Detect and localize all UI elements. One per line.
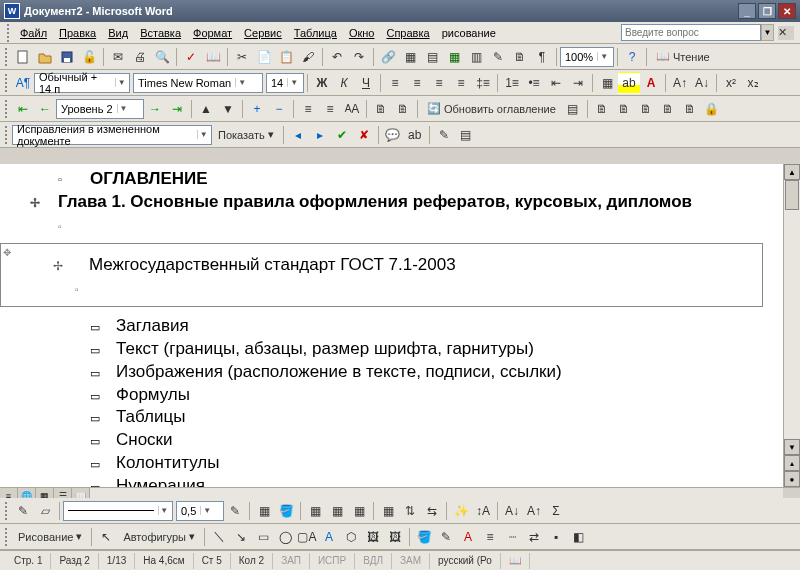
undo-icon[interactable]: ↶ [326, 46, 348, 68]
line-weight-combo[interactable]: 0,5▼ [176, 501, 224, 521]
lock-subdoc-icon[interactable]: 🔒 [701, 98, 723, 120]
eraser-icon[interactable]: ▱ [34, 500, 56, 522]
merge-cells-icon[interactable]: ▦ [326, 500, 348, 522]
distribute-rows-icon[interactable]: ⇅ [399, 500, 421, 522]
borders-icon[interactable]: ▦ [596, 72, 618, 94]
border-color-icon[interactable]: ✎ [224, 500, 246, 522]
toolbar-handle[interactable] [5, 502, 9, 520]
select-objects-icon[interactable]: ↖ [95, 526, 117, 548]
open-icon[interactable] [34, 46, 56, 68]
shading-color-icon[interactable]: 🪣 [275, 500, 297, 522]
sort-asc-icon[interactable]: A↓ [501, 500, 523, 522]
menu-view[interactable]: Вид [102, 25, 134, 41]
promote-icon[interactable]: ← [34, 98, 56, 120]
textbox-icon[interactable]: ▢A [296, 526, 318, 548]
styles-pane-icon[interactable]: A¶ [12, 72, 34, 94]
accept-change-icon[interactable]: ✔ [331, 124, 353, 146]
update-toc-button[interactable]: 🔄 Обновить оглавление [421, 98, 562, 120]
browse-object-icon[interactable]: ● [784, 471, 800, 487]
align-left-icon[interactable]: ≡ [384, 72, 406, 94]
status-trk[interactable]: ИСПР [310, 553, 355, 569]
spellcheck-icon[interactable]: ✓ [180, 46, 202, 68]
font-combo[interactable]: Times New Roman▼ [133, 73, 263, 93]
picture-icon[interactable]: 🖼 [384, 526, 406, 548]
print-icon[interactable]: 🖨 [129, 46, 151, 68]
expand-icon[interactable]: + [246, 98, 268, 120]
subscript-icon[interactable]: x₂ [742, 72, 764, 94]
save-icon[interactable] [56, 46, 78, 68]
table-move-handle-icon[interactable]: ✥ [3, 246, 11, 260]
paste-icon[interactable]: 📋 [275, 46, 297, 68]
rectangle-icon[interactable]: ▭ [252, 526, 274, 548]
show-menu[interactable]: Показать ▾ [212, 124, 280, 146]
wordart-icon[interactable]: A [318, 526, 340, 548]
columns-icon[interactable]: ▥ [465, 46, 487, 68]
excel-icon[interactable]: ▦ [443, 46, 465, 68]
autoshapes-menu[interactable]: Автофигуры ▾ [117, 526, 201, 548]
insert-table2-icon[interactable]: ▦ [304, 500, 326, 522]
reading-layout-button[interactable]: 📖 Чтение [650, 46, 716, 68]
line-spacing-icon[interactable]: ‡≡ [472, 72, 494, 94]
shadow-icon[interactable]: ▪ [545, 526, 567, 548]
prev-change-icon[interactable]: ◂ [287, 124, 309, 146]
arrow-style-icon[interactable]: ⇄ [523, 526, 545, 548]
underline-icon[interactable]: Ч [355, 72, 377, 94]
help-icon[interactable]: ? [621, 46, 643, 68]
split-subdoc-icon[interactable]: 🗎 [679, 98, 701, 120]
distribute-cols-icon[interactable]: ⇆ [421, 500, 443, 522]
next-change-icon[interactable]: ▸ [309, 124, 331, 146]
menu-table[interactable]: Таблица [288, 25, 343, 41]
menu-drawing[interactable]: рисование [436, 25, 502, 41]
vertical-scrollbar[interactable]: ▲ ▼ ▴ ● ▾ [783, 164, 800, 503]
remove-subdoc-icon[interactable]: 🗎 [635, 98, 657, 120]
maximize-button[interactable]: ❐ [758, 3, 776, 19]
line-icon[interactable]: ＼ [208, 526, 230, 548]
prev-page-icon[interactable]: ▴ [784, 455, 800, 471]
text-direction-icon[interactable]: ↕A [472, 500, 494, 522]
font-color2-icon[interactable]: A [457, 526, 479, 548]
line-style-combo[interactable]: ▼ [63, 501, 173, 521]
diagram-icon[interactable]: ⬡ [340, 526, 362, 548]
sort-desc-icon[interactable]: A↑ [523, 500, 545, 522]
minimize-button[interactable]: _ [738, 3, 756, 19]
split-cells-icon[interactable]: ▦ [348, 500, 370, 522]
toolbar-handle[interactable] [5, 48, 9, 66]
show-formatting-icon[interactable]: AA [341, 98, 363, 120]
align-cells-icon[interactable]: ▦ [377, 500, 399, 522]
status-ext[interactable]: ВДЛ [355, 553, 392, 569]
drawing-menu[interactable]: Рисование ▾ [12, 526, 88, 548]
line-color-icon[interactable]: ✎ [435, 526, 457, 548]
first-line-icon[interactable]: ≡ [319, 98, 341, 120]
menu-help[interactable]: Справка [380, 25, 435, 41]
format-painter-icon[interactable]: 🖌 [297, 46, 319, 68]
draw-table-icon[interactable]: ✎ [12, 500, 34, 522]
font-color-icon[interactable]: A [640, 72, 662, 94]
bullet-list-icon[interactable]: •≡ [523, 72, 545, 94]
document-page[interactable]: ▫ОГЛАВЛЕНИЕ ✢Глава 1. Основные правила о… [0, 164, 783, 503]
display-for-review-combo[interactable]: Исправления в измененном документе▼ [12, 125, 212, 145]
permissions-icon[interactable]: 🔓 [78, 46, 100, 68]
justify-icon[interactable]: ≡ [450, 72, 472, 94]
menu-file[interactable]: Файл [14, 25, 53, 41]
redo-icon[interactable]: ↷ [348, 46, 370, 68]
decrease-indent-icon[interactable]: ⇤ [545, 72, 567, 94]
outline-plus-icon[interactable]: ✢ [53, 258, 63, 274]
hyperlink-icon[interactable]: 🔗 [377, 46, 399, 68]
menu-tools[interactable]: Сервис [238, 25, 288, 41]
drawing-toolbar-icon[interactable]: ✎ [487, 46, 509, 68]
increase-indent-icon[interactable]: ⇥ [567, 72, 589, 94]
email-icon[interactable]: ✉ [107, 46, 129, 68]
autoformat-icon[interactable]: ✨ [450, 500, 472, 522]
new-comment-icon[interactable]: 💬 [382, 124, 404, 146]
fill-color-icon[interactable]: 🪣 [413, 526, 435, 548]
show-marks-icon[interactable]: ¶ [531, 46, 553, 68]
align-center-icon[interactable]: ≡ [406, 72, 428, 94]
collapse-icon[interactable]: − [268, 98, 290, 120]
insert-subdoc-icon[interactable]: 🗎 [591, 98, 613, 120]
scroll-up-icon[interactable]: ▲ [784, 164, 800, 180]
track-changes-icon[interactable]: ✎ [433, 124, 455, 146]
numbered-list-icon[interactable]: 1≡ [501, 72, 523, 94]
ask-dropdown[interactable]: ▼ [761, 24, 774, 41]
italic-icon[interactable]: К [333, 72, 355, 94]
toolbar-handle[interactable] [5, 528, 9, 546]
